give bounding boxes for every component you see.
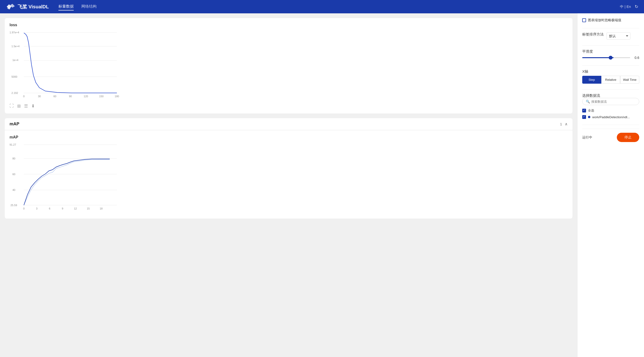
- logo: 飞桨 VisualDL: [6, 2, 49, 11]
- nav-tab-network[interactable]: 网络结构: [81, 3, 96, 10]
- svg-text:60: 60: [54, 95, 56, 98]
- svg-text:9: 9: [62, 207, 63, 210]
- logo-icon: [6, 2, 16, 11]
- svg-text:25.59: 25.59: [10, 204, 17, 207]
- svg-text:91.27: 91.27: [10, 143, 16, 146]
- x-axis-relative-btn[interactable]: Relative: [601, 76, 620, 84]
- download-icon[interactable]: ⬇: [31, 103, 35, 109]
- x-axis-label: X轴: [582, 69, 588, 73]
- svg-text:6: 6: [49, 207, 50, 210]
- stream-item-1: work/PaddleDetection/vdl...: [582, 115, 639, 119]
- svg-text:1.97e+4: 1.97e+4: [10, 31, 19, 34]
- lang-switcher[interactable]: 中 | En: [620, 4, 631, 9]
- ignore-extreme-wrapper: 图表缩放时忽略极端值: [582, 18, 639, 22]
- sidebar: 图表缩放时忽略极端值 标签排序方法 默认 名称 时间 平滑度 0.6: [577, 13, 644, 357]
- x-axis-walltime-btn[interactable]: Wall Time: [620, 76, 639, 84]
- search-icon: 🔍: [586, 100, 590, 103]
- chart-toolbar-loss: ⛶ ⊞ ☰ ⬇: [10, 103, 568, 109]
- stream-1-checkbox[interactable]: [582, 115, 586, 119]
- svg-text:2.192: 2.192: [12, 91, 18, 94]
- mAP-section-title: mAP: [10, 122, 19, 127]
- divider-3: [582, 65, 639, 65]
- loss-chart-container: 1.97e+4 1.5e+4 1e+4 5000 2.192 0 30 60 9…: [10, 30, 119, 101]
- fit-icon[interactable]: ⊞: [17, 103, 21, 109]
- nav-tabs: 标量数据 网络结构: [58, 3, 96, 10]
- svg-text:120: 120: [84, 95, 88, 98]
- x-axis-buttons: Step Relative Wall Time: [582, 76, 639, 84]
- x-axis-section: X轴 Step Relative Wall Time: [582, 69, 639, 84]
- mAP-section-count: 1: [560, 122, 562, 126]
- tag-sort-label: 标签排序方法: [582, 32, 604, 37]
- svg-text:40: 40: [12, 189, 15, 191]
- svg-text:90: 90: [69, 95, 72, 98]
- run-label: 运行中: [582, 135, 592, 140]
- smooth-value: 0.6: [632, 56, 639, 59]
- svg-text:0: 0: [23, 95, 24, 98]
- mAP-chart-svg: 91.27 80 60 40 25.59 0 3 6 9 12: [10, 142, 119, 214]
- mAP-toggle-icon[interactable]: ∧: [565, 122, 568, 126]
- select-all-item: 全选: [582, 108, 639, 113]
- svg-text:3: 3: [36, 207, 38, 210]
- loss-chart-svg: 1.97e+4 1.5e+4 1e+4 5000 2.192 0 30 60 9…: [10, 30, 119, 101]
- divider-5: [582, 125, 639, 125]
- slider-row: 0.6: [582, 56, 639, 59]
- search-input[interactable]: [591, 100, 636, 103]
- tag-sort-wrapper: 标签排序方法 默认 名称 时间: [582, 32, 639, 39]
- mAP-chart-container: 91.27 80 60 40 25.59 0 3 6 9 12: [10, 142, 119, 214]
- svg-text:180: 180: [115, 95, 119, 98]
- mAP-chart-title: mAP: [10, 135, 568, 139]
- header: 飞桨 VisualDL 标量数据 网络结构 中 | En ↻: [0, 0, 644, 13]
- fullscreen-icon[interactable]: ⛶: [10, 103, 14, 109]
- data-stream-section: 选择数据流 🔍 全选 work/PaddleDetection/vdl...: [582, 93, 639, 119]
- loss-chart-card: loss 1.97e+4 1.5e+4 1e+4 5000 2.192: [5, 18, 572, 113]
- run-status: 运行中 停止: [582, 129, 639, 142]
- svg-text:80: 80: [12, 157, 15, 160]
- stop-button[interactable]: 停止: [617, 133, 639, 142]
- tag-sort-section: 标签排序方法 默认 名称 时间: [582, 32, 639, 39]
- mAP-chart-card: mAP 91.27 80 60 40 25.59 0: [5, 130, 572, 219]
- svg-text:18: 18: [100, 207, 102, 210]
- x-axis-step-btn[interactable]: Step: [582, 76, 601, 84]
- ignore-extreme-checkbox[interactable]: [582, 18, 586, 22]
- select-all-checkbox[interactable]: [582, 109, 586, 112]
- tag-sort-select[interactable]: 默认 名称 时间: [606, 32, 630, 39]
- header-right: 中 | En ↻: [620, 4, 638, 9]
- loss-chart-title: loss: [10, 23, 568, 27]
- svg-text:150: 150: [99, 95, 104, 98]
- svg-text:5000: 5000: [12, 75, 17, 78]
- ignore-extreme-section: 图表缩放时忽略极端值: [582, 18, 639, 22]
- svg-text:60: 60: [12, 173, 15, 176]
- smooth-label: 平滑度: [582, 49, 593, 53]
- stream-1-dot: [588, 116, 590, 118]
- svg-text:1e+4: 1e+4: [12, 59, 18, 61]
- select-all-label: 全选: [588, 108, 594, 113]
- svg-text:15: 15: [87, 207, 90, 210]
- content-area: loss 1.97e+4 1.5e+4 1e+4 5000 2.192: [0, 13, 577, 357]
- nav-tab-scalar[interactable]: 标量数据: [58, 3, 74, 10]
- settings-icon[interactable]: ☰: [24, 103, 28, 109]
- divider-1: [582, 28, 639, 28]
- search-box: 🔍: [582, 98, 639, 105]
- divider-2: [582, 45, 639, 45]
- svg-text:30: 30: [38, 95, 41, 98]
- refresh-icon[interactable]: ↻: [635, 4, 638, 9]
- svg-text:0: 0: [23, 207, 24, 210]
- main-layout: loss 1.97e+4 1.5e+4 1e+4 5000 2.192: [0, 13, 644, 357]
- data-stream-label: 选择数据流: [582, 93, 600, 97]
- stream-1-label: work/PaddleDetection/vdl...: [592, 115, 630, 119]
- smooth-slider[interactable]: [582, 57, 630, 58]
- divider-4: [582, 89, 639, 90]
- svg-text:1.5e+4: 1.5e+4: [12, 45, 20, 48]
- smooth-section: 平滑度 0.6: [582, 49, 639, 59]
- ignore-extreme-label: 图表缩放时忽略极端值: [588, 18, 621, 22]
- mAP-section-header: mAP 1 ∧: [5, 118, 572, 130]
- logo-text: 飞桨 VisualDL: [18, 3, 49, 10]
- svg-text:12: 12: [74, 207, 77, 210]
